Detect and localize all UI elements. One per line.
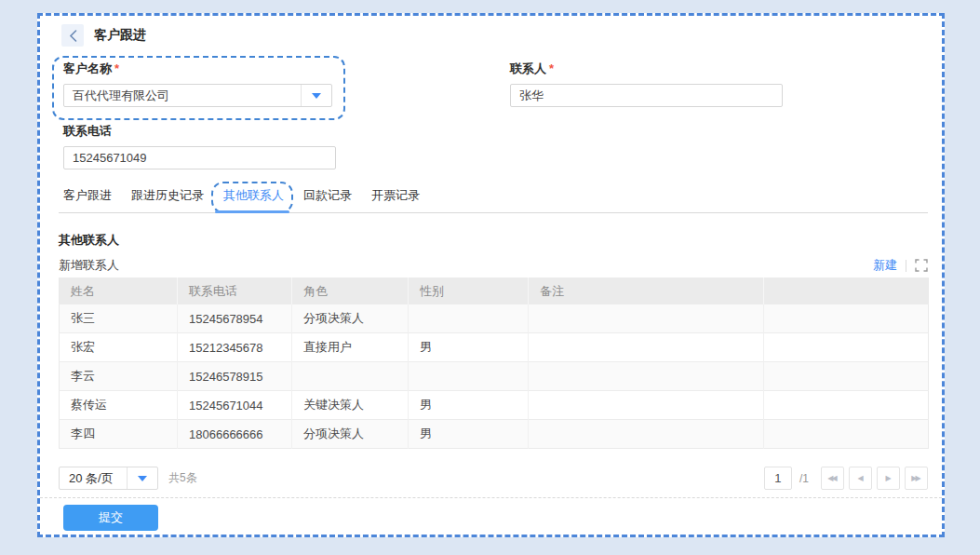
chevron-down-icon: [312, 93, 321, 99]
next-page-button[interactable]: ▶: [877, 467, 900, 490]
last-page-button[interactable]: ▶▶: [905, 467, 928, 490]
tab-bar: 客户跟进 跟进历史记录 其他联系人 回款记录 开票记录: [59, 188, 928, 213]
table-row[interactable]: 张三15245678954分项决策人: [60, 305, 929, 333]
first-page-button[interactable]: ◀◀: [821, 467, 844, 490]
annotation-customer-name-highlight: 客户名称* 百代代理有限公司: [52, 56, 345, 120]
customer-name-select[interactable]: 百代代理有限公司: [63, 84, 332, 107]
phone-label: 联系电话: [63, 124, 928, 139]
section-title: 其他联系人: [59, 232, 928, 249]
col-header-remarks: 备注: [529, 278, 764, 305]
footer-divider: [40, 497, 942, 498]
customer-follow-up-panel: 客户跟进 客户名称* 百代代理有限公司 联系人* 联系电话 客户跟进: [37, 13, 945, 537]
tab-invoice-records[interactable]: 开票记录: [367, 188, 424, 203]
phone-field-group: 联系电话: [63, 124, 928, 169]
table-toolbar: 新增联系人 新建: [59, 257, 928, 274]
required-asterisk: *: [114, 61, 119, 75]
tab-payment-records[interactable]: 回款记录: [299, 188, 356, 203]
customer-name-label: 客户名称*: [63, 61, 332, 76]
active-tab-underline: [215, 210, 289, 213]
phone-input[interactable]: [63, 146, 336, 169]
submit-button[interactable]: 提交: [63, 505, 158, 531]
back-button[interactable]: [61, 24, 84, 47]
contact-input[interactable]: [510, 84, 783, 107]
expand-button[interactable]: [915, 259, 928, 272]
table-row[interactable]: 蔡传运15245671044关键决策人男: [60, 391, 929, 420]
new-button[interactable]: 新建: [873, 257, 897, 274]
contact-field-group: 联系人*: [510, 56, 783, 107]
table-row[interactable]: 张宏15212345678直接用户男: [60, 333, 929, 362]
col-header-name: 姓名: [60, 278, 178, 305]
col-header-phone: 联系电话: [178, 278, 292, 305]
double-chevron-right-icon: ▶▶: [911, 474, 919, 482]
contact-label: 联系人*: [510, 61, 783, 76]
tab-follow-up-history[interactable]: 跟进历史记录: [127, 188, 208, 203]
page-size-value: 20 条/页: [60, 467, 127, 489]
page-size-select[interactable]: 20 条/页: [59, 467, 158, 490]
pagination-bar: 20 条/页 共5条 1 /1 ◀◀ ◀ ▶ ▶▶: [59, 467, 928, 490]
contacts-table: 姓名 联系电话 角色 性别 备注 张三15245678954分项决策人 张宏15…: [59, 278, 929, 449]
total-pages: /1: [799, 472, 809, 485]
tab-customer-follow-up[interactable]: 客户跟进: [59, 188, 116, 203]
table-row[interactable]: 李四18066666666分项决策人男: [60, 420, 929, 449]
chevron-down-icon: [138, 476, 147, 481]
double-chevron-left-icon: ◀◀: [827, 474, 835, 482]
chevron-right-icon: ▶: [885, 474, 891, 482]
required-asterisk: *: [549, 61, 554, 75]
fullscreen-icon: [915, 259, 928, 272]
tab-other-contacts[interactable]: 其他联系人: [219, 188, 289, 203]
prev-page-button[interactable]: ◀: [849, 467, 872, 490]
chevron-left-icon: ◀: [857, 474, 863, 482]
chevron-left-icon: [69, 30, 77, 42]
total-count: 共5条: [168, 470, 197, 486]
col-header-gender: 性别: [409, 278, 529, 305]
add-contact-label: 新增联系人: [59, 257, 119, 274]
header: 客户跟进: [59, 24, 928, 47]
toolbar-divider: [906, 260, 906, 272]
col-header-extra: [764, 278, 929, 305]
customer-name-caret-zone[interactable]: [301, 85, 331, 106]
table-header-row: 姓名 联系电话 角色 性别 备注: [60, 278, 929, 305]
col-header-role: 角色: [292, 278, 409, 305]
page-size-caret-zone[interactable]: [127, 467, 157, 489]
table-row[interactable]: 李云15246578915: [60, 362, 929, 391]
page-title: 客户跟进: [94, 27, 146, 44]
current-page-input[interactable]: 1: [764, 467, 792, 490]
customer-name-value: 百代代理有限公司: [64, 85, 301, 106]
form-row-1: 客户名称* 百代代理有限公司 联系人*: [59, 56, 928, 120]
